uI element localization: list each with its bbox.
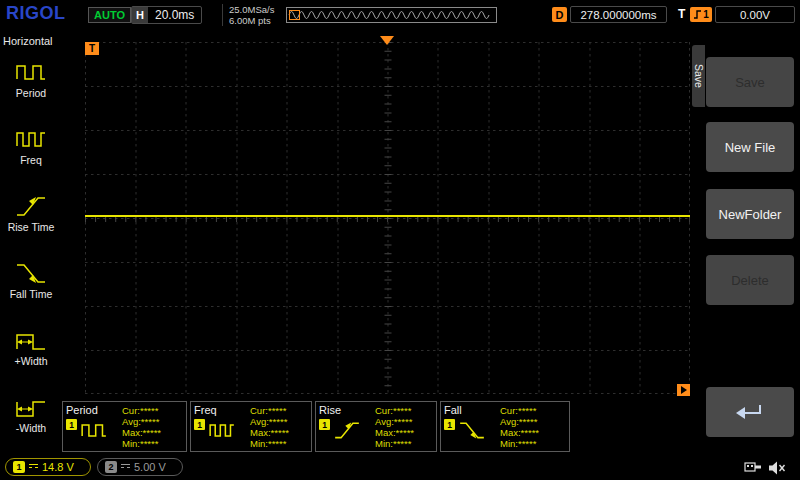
speaker-muted-icon[interactable] [768,460,787,476]
trigger-source-badge[interactable]: 1 [690,7,712,22]
channel-badge: 1 [66,419,77,430]
meas-max: Max:***** [500,427,566,438]
measure-item-period[interactable]: Period [0,54,62,121]
channel-badge: 1 [319,419,330,430]
back-button[interactable] [706,387,794,437]
measure-item-pwidth[interactable]: +Width [0,322,62,389]
grid [85,42,690,394]
freq-icon [207,419,237,441]
meas-cur: Cur:***** [122,405,183,416]
waveform-position-bar[interactable] [286,7,497,23]
sample-rate: 25.0MSa/s [229,4,274,15]
graticule: T [85,42,690,394]
meas-cur: Cur:***** [250,405,308,416]
right-arrow-icon [681,386,687,394]
new-folder-button[interactable]: NewFolder [706,189,794,239]
trigger-slope-icon [693,9,702,20]
usb-icon [744,460,763,474]
measurement-box-period[interactable]: Period 1 Cur:***** Avg:***** Max:***** M… [62,401,187,452]
save-button[interactable]: Save [706,57,794,107]
acquisition-info: 25.0MSa/s 6.00M pts [222,4,274,26]
rise-time-icon [14,193,48,219]
channel1-badge: 1 [13,461,25,473]
meas-min: Min:***** [122,438,183,449]
plus-width-icon [14,327,48,353]
memory-depth: 6.00M pts [229,15,274,26]
measure-item-freq[interactable]: Freq [0,121,62,188]
delay-edge-marker[interactable] [677,384,690,396]
channel1-scale: 14.8 V [42,461,74,473]
channel-badge: 1 [194,419,205,430]
trigger-source-number: 1 [703,9,709,20]
h-label: H [132,7,148,23]
trigger-position-marker[interactable] [380,36,394,45]
measurement-box-fall[interactable]: Fall 1 Cur:***** Avg:***** Max:***** Min… [440,401,570,452]
meas-cur: Cur:***** [375,405,433,416]
return-arrow-icon [735,402,765,422]
new-file-button[interactable]: New File [706,122,794,172]
status-bar: 1 14.8 V 2 5.00 V [0,455,800,480]
channel1-status[interactable]: 1 14.8 V [5,458,91,476]
period-icon [79,419,109,441]
meas-avg: Avg:***** [250,416,308,427]
fall-time-icon [14,260,48,286]
run-state-badge[interactable]: AUTO [88,7,131,23]
horizontal-timebase-box[interactable]: H 20.0ms [131,6,202,24]
right-save-menu: Save Save New File NewFolder Delete [692,30,800,455]
fall-time-icon [457,419,487,441]
meas-max: Max:***** [122,427,183,438]
measure-item-nwidth[interactable]: -Width [0,389,62,456]
period-icon [14,59,48,85]
trigger-corner-marker[interactable]: T [85,42,99,55]
channel2-status[interactable]: 2 5.00 V [97,458,183,476]
channel2-badge: 2 [105,461,117,473]
measure-item-fall-time[interactable]: Fall Time [0,255,62,322]
meas-min: Min:***** [375,438,433,449]
top-bar: RIGOL AUTO H 20.0ms 25.0MSa/s 6.00M pts … [0,0,800,30]
measurement-box-freq[interactable]: Freq 1 Cur:***** Avg:***** Max:***** Min… [190,401,312,452]
menu-tab-save: Save [692,45,705,107]
meas-cur: Cur:***** [500,405,566,416]
measure-item-rise-time[interactable]: Rise Time [0,188,62,255]
channel-badge: 1 [444,419,455,430]
minus-width-icon [14,394,48,420]
display-window-marker[interactable] [289,10,300,20]
meas-min: Min:***** [500,438,566,449]
trigger-level-value[interactable]: 0.00V [715,6,795,23]
delete-button[interactable]: Delete [706,255,794,305]
left-measure-menu: Horizontal Period Freq Rise Time [0,30,62,455]
rise-time-icon [332,419,362,441]
trigger-label: T [678,7,685,21]
freq-icon [14,126,48,152]
meas-avg: Avg:***** [122,416,183,427]
rigol-logo: RIGOL [6,3,66,24]
meas-max: Max:***** [250,427,308,438]
dc-coupling-icon [121,464,130,470]
meas-avg: Avg:***** [375,416,433,427]
meas-min: Min:***** [250,438,308,449]
delay-value[interactable]: 278.000000ms [570,6,667,23]
channel2-scale: 5.00 V [134,461,166,473]
timebase-value: 20.0ms [148,7,201,23]
waveform-overview-icon [287,8,496,22]
dc-coupling-icon [29,464,38,470]
left-menu-title: Horizontal [3,35,53,47]
delay-badge: D [552,7,567,22]
measurement-box-rise[interactable]: Rise 1 Cur:***** Avg:***** Max:***** Min… [315,401,437,452]
meas-max: Max:***** [375,427,433,438]
meas-avg: Avg:***** [500,416,566,427]
